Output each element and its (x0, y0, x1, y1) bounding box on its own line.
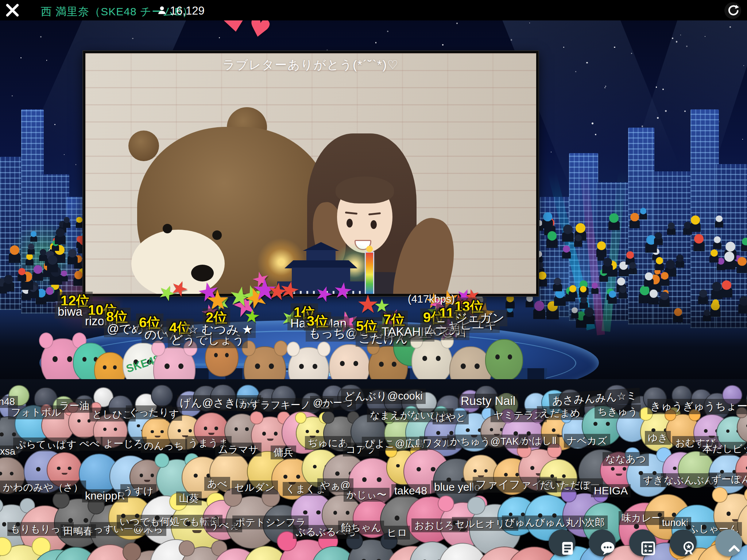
avatar-mouth[interactable] (62, 473, 68, 475)
avatar-eye[interactable] (225, 353, 229, 357)
avatar-eye[interactable] (490, 428, 493, 431)
avatar-ear[interactable] (274, 341, 288, 356)
audience-name-label[interactable]: ムラマサ (215, 443, 262, 456)
audience-avatar[interactable] (348, 539, 396, 560)
crowd-figure-head[interactable] (554, 278, 561, 285)
log-button[interactable] (549, 529, 576, 556)
audience-name-label[interactable]: HEIGA (591, 484, 631, 497)
gift-list-button[interactable] (629, 529, 656, 556)
avatar-eye[interactable] (504, 473, 508, 477)
avatar-eye[interactable] (274, 432, 278, 435)
crowd-figure-head[interactable] (724, 252, 734, 261)
avatar-eye[interactable] (214, 427, 218, 430)
comment-button[interactable] (589, 529, 616, 556)
avatar-ear[interactable] (123, 542, 142, 560)
crowd-figure-head[interactable] (76, 217, 82, 223)
avatar-eye[interactable] (562, 474, 566, 478)
avatar-eye[interactable] (2, 522, 7, 526)
crowd-figure-head[interactable] (668, 222, 675, 229)
audience-name-label[interactable]: ちきゅう (595, 405, 641, 419)
avatar-eye[interactable] (623, 467, 626, 471)
avatar-ear[interactable] (322, 411, 334, 423)
avatar-mouth[interactable] (155, 436, 160, 438)
avatar-eye[interactable] (422, 356, 427, 361)
audience-name-label[interactable]: ヒロ (384, 526, 410, 540)
crowd-figure-head[interactable] (18, 268, 26, 275)
audience-name-label[interactable]: Rusty Nail (458, 394, 518, 408)
avatar-eye[interactable] (137, 424, 140, 428)
avatar-eye[interactable] (269, 363, 274, 369)
avatar-eye[interactable] (466, 428, 469, 432)
avatar-ear[interactable] (287, 342, 300, 357)
crowd-figure-head[interactable] (742, 238, 747, 245)
crowd-figure-head[interactable] (569, 285, 576, 292)
rank-user-name[interactable]: biwa (55, 305, 85, 319)
audience-name-label[interactable]: きゅうぎゅうちょー (647, 399, 747, 414)
avatar-eye[interactable] (189, 429, 192, 432)
avatar-eye[interactable] (36, 467, 40, 471)
avatar-mouth[interactable] (144, 480, 150, 482)
avatar-ear[interactable] (467, 497, 485, 515)
avatar-eye[interactable] (495, 354, 500, 359)
avatar-eye[interactable] (726, 429, 729, 433)
audience-name-label[interactable]: かはしⅡ (519, 434, 560, 448)
crowd-figure-head[interactable] (630, 213, 639, 221)
avatar-eye[interactable] (353, 361, 358, 366)
crowd-figure-head[interactable] (28, 244, 34, 249)
avatar-eye[interactable] (484, 469, 488, 472)
avatar-eye[interactable] (262, 432, 266, 435)
avatar-eye[interactable] (296, 475, 300, 479)
audience-name-label[interactable]: ゆき (645, 431, 671, 445)
rank-user-name[interactable]: ジェガン (452, 310, 507, 326)
avatar-eye[interactable] (82, 357, 86, 361)
crowd-figure-head[interactable] (4, 275, 13, 284)
audience-name-label[interactable]: のんっち (141, 439, 187, 453)
avatar-eye[interactable] (67, 356, 72, 362)
crowd-figure-head[interactable] (597, 241, 606, 250)
crowd-figure-head[interactable] (563, 245, 570, 253)
avatar-eye[interactable] (113, 365, 117, 369)
avatar-eye[interactable] (103, 365, 107, 369)
avatar-eye[interactable] (12, 432, 16, 436)
audience-name-label[interactable]: ぴよこ@広島 (362, 437, 427, 451)
avatar-eye[interactable] (68, 467, 71, 470)
avatar-eye[interactable] (392, 362, 396, 367)
avatar-eye[interactable] (611, 467, 615, 471)
avatar-mouth[interactable] (267, 439, 274, 441)
crowd-figure-head[interactable] (34, 265, 42, 274)
avatar-eye[interactable] (316, 510, 320, 514)
avatar-ear[interactable] (295, 412, 307, 424)
avatar-eye[interactable] (362, 477, 367, 482)
avatar-eye[interactable] (340, 361, 345, 366)
avatar-eye[interactable] (165, 363, 169, 369)
audience-name-label[interactable]: びゅんびゅん丸小次郎 (502, 516, 608, 529)
audience-name-label[interactable]: ななあつ (603, 452, 649, 466)
audience-name-label[interactable]: うすけ (120, 484, 156, 498)
star-effect-icon[interactable]: ★ (332, 279, 354, 303)
avatar-eye[interactable] (316, 430, 319, 433)
audience-name-label[interactable]: フォトボル (8, 405, 64, 419)
avatar-ear[interactable] (179, 540, 194, 556)
avatar-eye[interactable] (313, 465, 317, 468)
crowd-figure-head[interactable] (580, 286, 587, 292)
crowd-figure-head[interactable] (676, 254, 684, 262)
crowd-figure-head[interactable] (738, 257, 747, 266)
avatar-eye[interactable] (313, 364, 317, 369)
avatar-eye[interactable] (0, 432, 4, 436)
avatar-ear[interactable] (39, 332, 53, 349)
avatar-eye[interactable] (178, 429, 181, 432)
audience-name-label[interactable]: 味カレー (619, 511, 664, 525)
stage-avatar[interactable] (485, 339, 523, 381)
crowd-figure-head[interactable] (543, 212, 552, 221)
avatar-eye[interactable] (593, 422, 597, 426)
star-effect-icon[interactable]: ★ (265, 278, 290, 305)
crowd-figure-head[interactable] (547, 231, 557, 241)
avatar-eye[interactable] (431, 467, 435, 471)
avatar-eye[interactable] (299, 364, 304, 369)
avatar-eye[interactable] (395, 516, 399, 520)
crowd-figure-head[interactable] (716, 215, 723, 222)
crowd-figure-head[interactable] (691, 215, 700, 225)
avatar-eye[interactable] (194, 474, 198, 478)
ranking-button[interactable] (670, 529, 697, 556)
avatar-ear[interactable] (438, 495, 454, 512)
